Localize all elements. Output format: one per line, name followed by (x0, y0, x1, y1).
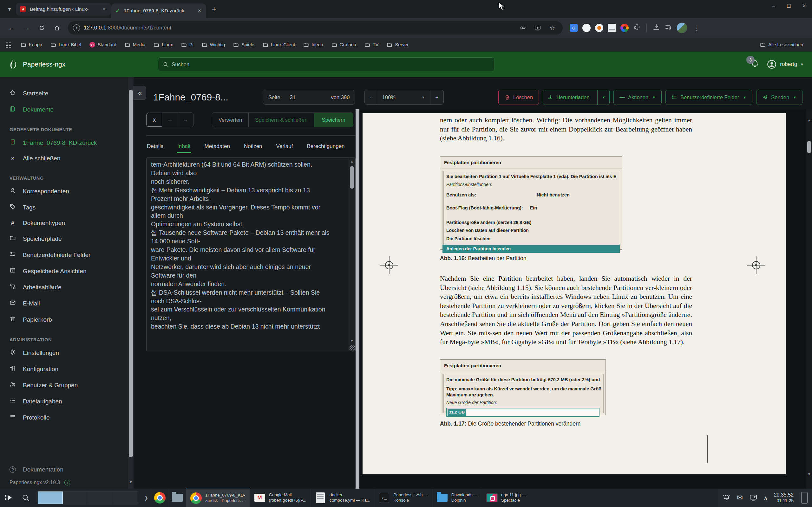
browser-tab-2-active[interactable]: ✓ 1Fahne_0769-8_KD-zurück × (111, 3, 206, 18)
scrollbar-thumb[interactable] (129, 90, 133, 457)
sidebar-item-dateiaufgaben[interactable]: Dateiaufgaben (0, 393, 128, 409)
desktop-2[interactable] (63, 492, 88, 504)
collapse-sidebar-button[interactable]: « (134, 86, 146, 100)
expand-tasks-icon[interactable]: ❯ (142, 489, 151, 507)
translate-extension-icon[interactable]: G (570, 24, 578, 32)
extension-icon[interactable] (608, 24, 616, 32)
tab-close-icon[interactable]: × (197, 8, 202, 14)
desktop-4[interactable] (113, 492, 138, 504)
previous-document-button[interactable]: ← (162, 113, 177, 127)
sidebar-open-document[interactable]: 1Fahne_0769-8_KD-zurück (0, 135, 128, 151)
browser-tab-1[interactable]: Beitrag hinzufügen ‹ Linux- × (16, 3, 111, 15)
playlist-icon[interactable] (664, 23, 672, 32)
save-button[interactable]: Speichern (314, 113, 353, 127)
download-button[interactable]: Herunterladen ▼ (543, 90, 609, 105)
sidebar-item-dokumente[interactable]: Dokumente (0, 101, 128, 118)
bookmark-folder[interactable]: Linux-Client (259, 40, 299, 49)
extension-icon[interactable] (595, 24, 603, 32)
task-paperless-chrome[interactable]: 1Fahne_0769-8_KD-zurück - Paperless-... (186, 489, 250, 507)
zoom-level-select[interactable]: 100%▼ (377, 90, 430, 104)
search-icon[interactable] (17, 489, 34, 507)
extensions-puzzle-icon[interactable] (633, 23, 641, 32)
zoom-in-button[interactable]: + (430, 90, 444, 104)
close-button[interactable]: × (801, 3, 808, 9)
global-search[interactable] (158, 57, 495, 71)
search-input[interactable] (171, 61, 490, 67)
sidebar-item-startseite[interactable]: Startseite (0, 85, 128, 101)
sidebar-item-einstellungen[interactable]: Einstellungen (0, 345, 128, 361)
task-chrome-pinned[interactable] (151, 489, 168, 507)
bookmark-folder[interactable]: Grafana (328, 40, 359, 49)
sidebar-item-email[interactable]: E-Mail (0, 295, 128, 312)
new-tab-button[interactable]: + (209, 4, 219, 14)
downloads-icon[interactable] (653, 23, 660, 32)
send-button[interactable]: Senden▼ (756, 90, 803, 105)
screen-share-tray-icon[interactable] (749, 493, 757, 503)
sidebar-item-tags[interactable]: Tags (0, 199, 128, 216)
task-kate[interactable]: docker-compose.yml — Ka... (310, 489, 374, 507)
sidebar-scrollbar[interactable]: ▼ (128, 77, 134, 489)
apps-grid-icon[interactable] (6, 42, 11, 48)
next-document-button[interactable]: → (177, 113, 193, 127)
info-icon[interactable]: i (64, 480, 70, 486)
tab-search-icon[interactable]: ▾ (3, 3, 16, 15)
discard-button[interactable]: Verwerfen (212, 113, 248, 127)
custom-fields-button[interactable]: Benutzerdefinierte Felder▼ (665, 90, 752, 105)
maximize-button[interactable]: □ (785, 3, 792, 9)
tab-metadaten[interactable]: Metadaten (204, 141, 231, 153)
sidebar-item-gespeicherte-ansichten[interactable]: Gespeicherte Ansichten (0, 263, 128, 279)
tab-berechtigungen[interactable]: Berechtigungen (306, 141, 345, 153)
bookmark-folder[interactable]: Spiele (230, 40, 257, 49)
home-icon[interactable] (51, 21, 63, 34)
scroll-down-arrow[interactable]: ▼ (128, 480, 134, 484)
task-dolphin[interactable]: Downloads —Dolphin (432, 489, 482, 507)
scroll-up-arrow[interactable]: ▲ (349, 159, 355, 163)
bookmark-folder[interactable]: Server (384, 40, 412, 49)
pdf-left-scrollbar[interactable] (356, 109, 359, 489)
sidebar-item-dokumentation[interactable]: ? Dokumentation (0, 462, 128, 477)
sidebar-item-dokumenttypen[interactable]: # Dokumenttypen (0, 216, 128, 231)
close-document-button[interactable]: x (147, 113, 162, 127)
tab-inhalt[interactable]: Inhalt (177, 141, 191, 153)
mail-tray-icon[interactable]: ✉ (737, 494, 743, 502)
extension-icon[interactable] (582, 24, 591, 32)
resize-grip[interactable] (350, 345, 355, 350)
user-menu[interactable]: robertg ▼ (767, 59, 804, 69)
tray-expand-icon[interactable]: ∧ (764, 495, 768, 501)
sidebar-item-protokolle[interactable]: Protokolle (0, 409, 128, 426)
minimize-button[interactable]: – (770, 3, 777, 9)
app-launcher-icon[interactable] (0, 489, 17, 507)
bookmark-folder[interactable]: Pi (178, 40, 197, 49)
bookmark-folder[interactable]: Wichtig (199, 40, 229, 49)
reload-icon[interactable] (36, 21, 48, 34)
sidebar-item-korrespondenten[interactable]: Korrespondenten (0, 183, 128, 199)
pdf-scrollbar[interactable]: ▲ ▼ (806, 109, 812, 489)
bookmark-folder[interactable]: Media (121, 40, 149, 49)
site-info-icon[interactable]: i (73, 24, 80, 32)
back-icon[interactable]: ← (5, 21, 18, 34)
sidebar-item-arbeitsablaeufe[interactable]: Arbeitsabläufe (0, 279, 128, 295)
tab-close-icon[interactable]: × (102, 6, 107, 12)
content-textarea[interactable]: tem-Architekturen (64 Bit und 64 Bit ARM… (151, 160, 347, 349)
scroll-down-arrow[interactable]: ▼ (349, 339, 355, 343)
scrollbar-thumb[interactable] (807, 141, 811, 153)
bookmark-folder[interactable]: Ideen (300, 40, 326, 49)
task-gmail[interactable]: M Google Mail(robert.goedl76)/P... (250, 489, 310, 507)
tab-details[interactable]: Details (146, 141, 164, 153)
install-icon[interactable] (532, 22, 543, 33)
bookmark-folder[interactable]: Linux (150, 40, 176, 49)
password-key-icon[interactable] (518, 22, 528, 33)
save-close-button[interactable]: Speichern & schließen (248, 113, 314, 127)
clock[interactable]: 20:35:52 01.11.25 (774, 492, 794, 504)
scroll-up-arrow[interactable]: ▲ (806, 118, 812, 122)
profile-avatar[interactable] (676, 22, 687, 33)
download-dropdown[interactable]: ▼ (597, 90, 609, 105)
sidebar-close-all[interactable]: × Alle schließen (0, 151, 128, 166)
forward-icon[interactable]: → (20, 21, 33, 34)
scrollbar-thumb[interactable] (350, 166, 354, 188)
bookmark-folder[interactable]: TV (361, 40, 382, 49)
content-scrollbar[interactable]: ▲ ▼ (349, 158, 355, 351)
task-files-pinned[interactable] (168, 489, 186, 507)
desktop-1-active[interactable] (38, 492, 63, 504)
notifications-bell-icon[interactable]: 3 (750, 59, 760, 70)
